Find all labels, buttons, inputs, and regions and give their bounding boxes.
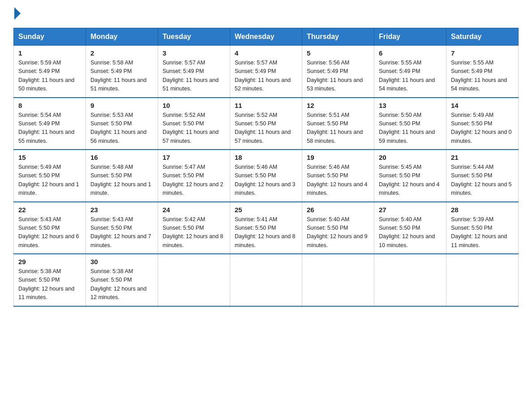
day-info: Sunrise: 5:52 AM Sunset: 5:50 PM Dayligh… — [163, 111, 225, 146]
day-number: 2 — [90, 49, 153, 57]
sunrise-label: Sunrise: 5:51 AM — [307, 112, 349, 118]
sunset-label: Sunset: 5:49 PM — [379, 68, 420, 74]
calendar-cell: 21 Sunrise: 5:44 AM Sunset: 5:50 PM Dayl… — [446, 150, 519, 202]
daylight-label: Daylight: 12 hours and 1 minute. — [90, 181, 151, 196]
day-number: 7 — [451, 49, 514, 57]
daylight-label: Daylight: 11 hours and 54 minutes. — [451, 77, 507, 92]
day-info: Sunrise: 5:38 AM Sunset: 5:50 PM Dayligh… — [90, 267, 153, 302]
calendar-cell — [158, 254, 230, 306]
sunrise-label: Sunrise: 5:49 AM — [451, 112, 493, 118]
sunrise-label: Sunrise: 5:44 AM — [451, 164, 493, 170]
calendar-cell: 25 Sunrise: 5:41 AM Sunset: 5:50 PM Dayl… — [230, 202, 302, 254]
daylight-label: Daylight: 12 hours and 0 minutes. — [451, 129, 512, 144]
calendar-cell: 24 Sunrise: 5:42 AM Sunset: 5:50 PM Dayl… — [158, 202, 230, 254]
sunset-label: Sunset: 5:50 PM — [235, 120, 276, 127]
daylight-label: Daylight: 11 hours and 51 minutes. — [163, 77, 219, 92]
day-number: 8 — [18, 102, 81, 109]
day-info: Sunrise: 5:44 AM Sunset: 5:50 PM Dayligh… — [451, 163, 514, 198]
sunset-label: Sunset: 5:50 PM — [163, 225, 204, 231]
day-info: Sunrise: 5:43 AM Sunset: 5:50 PM Dayligh… — [90, 215, 153, 250]
logo-arrow-icon — [14, 7, 21, 20]
sunrise-label: Sunrise: 5:42 AM — [163, 216, 205, 223]
daylight-label: Daylight: 11 hours and 50 minutes. — [18, 77, 74, 92]
daylight-label: Daylight: 11 hours and 57 minutes. — [163, 129, 219, 144]
calendar-cell: 4 Sunrise: 5:57 AM Sunset: 5:49 PM Dayli… — [230, 46, 302, 98]
calendar-cell: 11 Sunrise: 5:52 AM Sunset: 5:50 PM Dayl… — [230, 98, 302, 150]
sunset-label: Sunset: 5:50 PM — [18, 225, 60, 231]
day-info: Sunrise: 5:51 AM Sunset: 5:50 PM Dayligh… — [307, 111, 369, 146]
day-header-monday: Monday — [86, 28, 158, 46]
sunset-label: Sunset: 5:50 PM — [18, 277, 60, 283]
day-number: 27 — [379, 206, 442, 214]
day-number: 25 — [235, 206, 297, 214]
calendar-week-row: 8 Sunrise: 5:54 AM Sunset: 5:49 PM Dayli… — [14, 98, 519, 150]
sunrise-label: Sunrise: 5:48 AM — [90, 164, 133, 170]
calendar-cell: 23 Sunrise: 5:43 AM Sunset: 5:50 PM Dayl… — [86, 202, 158, 254]
sunrise-label: Sunrise: 5:58 AM — [90, 60, 133, 66]
sunrise-label: Sunrise: 5:57 AM — [163, 60, 205, 66]
calendar-cell: 26 Sunrise: 5:40 AM Sunset: 5:50 PM Dayl… — [302, 202, 374, 254]
daylight-label: Daylight: 12 hours and 9 minutes. — [307, 233, 368, 248]
calendar-cell: 5 Sunrise: 5:56 AM Sunset: 5:49 PM Dayli… — [302, 46, 374, 98]
calendar-cell: 27 Sunrise: 5:40 AM Sunset: 5:50 PM Dayl… — [374, 202, 446, 254]
sunrise-label: Sunrise: 5:57 AM — [235, 60, 277, 66]
calendar-cell: 29 Sunrise: 5:38 AM Sunset: 5:50 PM Dayl… — [14, 254, 86, 306]
daylight-label: Daylight: 11 hours and 58 minutes. — [307, 129, 363, 144]
day-info: Sunrise: 5:40 AM Sunset: 5:50 PM Dayligh… — [307, 215, 369, 250]
daylight-label: Daylight: 12 hours and 12 minutes. — [90, 286, 146, 300]
calendar-week-row: 29 Sunrise: 5:38 AM Sunset: 5:50 PM Dayl… — [14, 254, 519, 306]
calendar-cell: 15 Sunrise: 5:49 AM Sunset: 5:50 PM Dayl… — [14, 150, 86, 202]
day-number: 22 — [18, 206, 81, 214]
day-number: 3 — [163, 49, 225, 57]
daylight-label: Daylight: 11 hours and 54 minutes. — [379, 77, 435, 92]
sunset-label: Sunset: 5:50 PM — [307, 225, 348, 231]
day-info: Sunrise: 5:54 AM Sunset: 5:49 PM Dayligh… — [18, 111, 81, 146]
calendar-cell: 16 Sunrise: 5:48 AM Sunset: 5:50 PM Dayl… — [86, 150, 158, 202]
calendar-cell: 20 Sunrise: 5:45 AM Sunset: 5:50 PM Dayl… — [374, 150, 446, 202]
sunrise-label: Sunrise: 5:55 AM — [451, 60, 493, 66]
daylight-label: Daylight: 12 hours and 11 minutes. — [18, 286, 74, 300]
day-number: 20 — [379, 154, 442, 161]
calendar-cell: 2 Sunrise: 5:58 AM Sunset: 5:49 PM Dayli… — [86, 46, 158, 98]
sunrise-label: Sunrise: 5:43 AM — [18, 216, 61, 223]
calendar-cell: 18 Sunrise: 5:46 AM Sunset: 5:50 PM Dayl… — [230, 150, 302, 202]
day-info: Sunrise: 5:58 AM Sunset: 5:49 PM Dayligh… — [90, 59, 153, 94]
daylight-label: Daylight: 12 hours and 4 minutes. — [307, 181, 368, 196]
sunset-label: Sunset: 5:50 PM — [379, 120, 420, 127]
daylight-label: Daylight: 11 hours and 56 minutes. — [90, 129, 146, 144]
sunset-label: Sunset: 5:50 PM — [163, 120, 204, 127]
daylight-label: Daylight: 12 hours and 11 minutes. — [451, 233, 507, 248]
calendar-cell: 30 Sunrise: 5:38 AM Sunset: 5:50 PM Dayl… — [86, 254, 158, 306]
calendar-cell: 19 Sunrise: 5:46 AM Sunset: 5:50 PM Dayl… — [302, 150, 374, 202]
daylight-label: Daylight: 12 hours and 4 minutes. — [379, 181, 440, 196]
sunrise-label: Sunrise: 5:49 AM — [18, 164, 61, 170]
calendar-cell: 8 Sunrise: 5:54 AM Sunset: 5:49 PM Dayli… — [14, 98, 86, 150]
day-info: Sunrise: 5:46 AM Sunset: 5:50 PM Dayligh… — [307, 163, 369, 198]
sunset-label: Sunset: 5:49 PM — [235, 68, 276, 74]
calendar-week-row: 15 Sunrise: 5:49 AM Sunset: 5:50 PM Dayl… — [14, 150, 519, 202]
sunset-label: Sunset: 5:50 PM — [451, 172, 492, 179]
day-info: Sunrise: 5:57 AM Sunset: 5:49 PM Dayligh… — [163, 59, 225, 94]
day-info: Sunrise: 5:40 AM Sunset: 5:50 PM Dayligh… — [379, 215, 442, 250]
sunrise-label: Sunrise: 5:50 AM — [379, 112, 421, 118]
sunrise-label: Sunrise: 5:40 AM — [379, 216, 421, 223]
sunrise-label: Sunrise: 5:45 AM — [379, 164, 421, 170]
day-number: 13 — [379, 102, 442, 109]
day-number: 5 — [307, 49, 369, 57]
calendar-cell: 28 Sunrise: 5:39 AM Sunset: 5:50 PM Dayl… — [446, 202, 519, 254]
daylight-label: Daylight: 11 hours and 59 minutes. — [379, 129, 435, 144]
sunset-label: Sunset: 5:50 PM — [307, 120, 348, 127]
daylight-label: Daylight: 11 hours and 53 minutes. — [307, 77, 363, 92]
day-number: 24 — [163, 206, 225, 214]
sunrise-label: Sunrise: 5:52 AM — [235, 112, 277, 118]
sunset-label: Sunset: 5:50 PM — [307, 172, 348, 179]
sunset-label: Sunset: 5:50 PM — [18, 172, 60, 179]
day-header-thursday: Thursday — [302, 28, 374, 46]
page-header — [13, 9, 519, 20]
calendar-cell — [302, 254, 374, 306]
calendar-cell: 1 Sunrise: 5:59 AM Sunset: 5:49 PM Dayli… — [14, 46, 86, 98]
sunset-label: Sunset: 5:50 PM — [451, 225, 492, 231]
calendar-cell: 6 Sunrise: 5:55 AM Sunset: 5:49 PM Dayli… — [374, 46, 446, 98]
day-header-sunday: Sunday — [14, 28, 86, 46]
sunrise-label: Sunrise: 5:47 AM — [163, 164, 205, 170]
